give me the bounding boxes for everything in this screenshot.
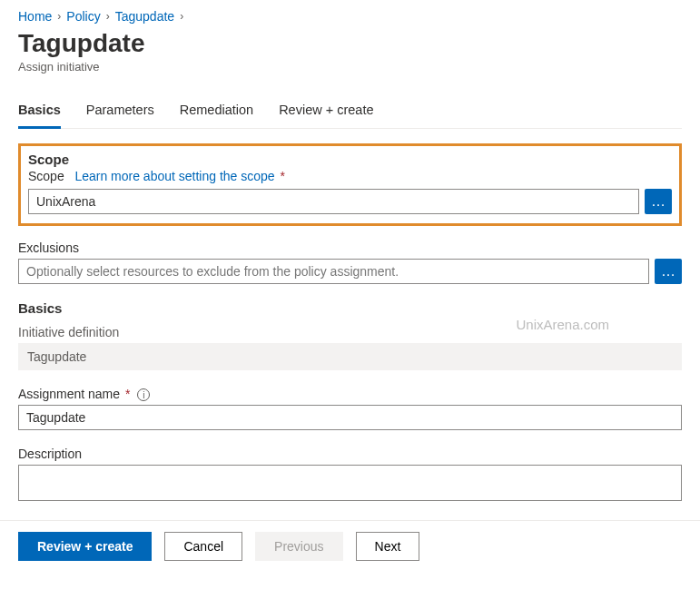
tab-bar: Basics Parameters Remediation Review + c… (18, 103, 682, 129)
scope-label: Scope (28, 169, 64, 183)
assignment-name-label: Assignment name * i (18, 387, 682, 401)
footer-action-bar: Review + create Cancel Previous Next (0, 520, 700, 572)
initiative-definition-value: Tagupdate (18, 343, 682, 370)
tab-review-create[interactable]: Review + create (279, 103, 373, 128)
description-input[interactable] (18, 465, 682, 501)
review-create-button[interactable]: Review + create (18, 532, 152, 561)
chevron-right-icon: › (106, 10, 110, 23)
breadcrumb-policy[interactable]: Policy (66, 9, 100, 24)
breadcrumb-tagupdate[interactable]: Tagupdate (115, 9, 174, 24)
tab-remediation[interactable]: Remediation (180, 103, 253, 128)
next-button[interactable]: Next (356, 532, 420, 561)
breadcrumb-home[interactable]: Home (18, 9, 52, 24)
scope-learn-more-link[interactable]: Learn more about setting the scope (74, 169, 274, 183)
tab-parameters[interactable]: Parameters (86, 103, 154, 128)
required-asterisk: * (281, 169, 285, 183)
chevron-right-icon: › (180, 10, 183, 23)
exclusions-picker-button[interactable]: … (655, 259, 682, 284)
description-label: Description (18, 447, 682, 461)
ellipsis-icon: … (651, 193, 665, 210)
page-subtitle: Assign initiative (18, 60, 682, 74)
exclusions-input[interactable] (18, 259, 649, 284)
scope-label-row: Scope Learn more about setting the scope… (28, 169, 672, 183)
required-asterisk: * (125, 387, 130, 401)
scope-input[interactable] (28, 189, 639, 214)
initiative-definition-label: Initiative definition (18, 325, 682, 339)
scope-heading: Scope (28, 152, 672, 167)
scope-picker-button[interactable]: … (645, 189, 672, 214)
breadcrumb: Home › Policy › Tagupdate › (18, 9, 682, 24)
scope-section: Scope Scope Learn more about setting the… (18, 143, 682, 226)
exclusions-label: Exclusions (18, 241, 682, 255)
chevron-right-icon: › (57, 10, 61, 23)
tab-basics[interactable]: Basics (18, 103, 61, 129)
info-icon[interactable]: i (137, 388, 150, 401)
previous-button: Previous (255, 532, 342, 561)
basics-heading: Basics (18, 300, 682, 316)
cancel-button[interactable]: Cancel (164, 532, 242, 561)
page-title: Tagupdate (18, 29, 682, 58)
assignment-name-input[interactable] (18, 405, 682, 430)
ellipsis-icon: … (661, 263, 675, 280)
